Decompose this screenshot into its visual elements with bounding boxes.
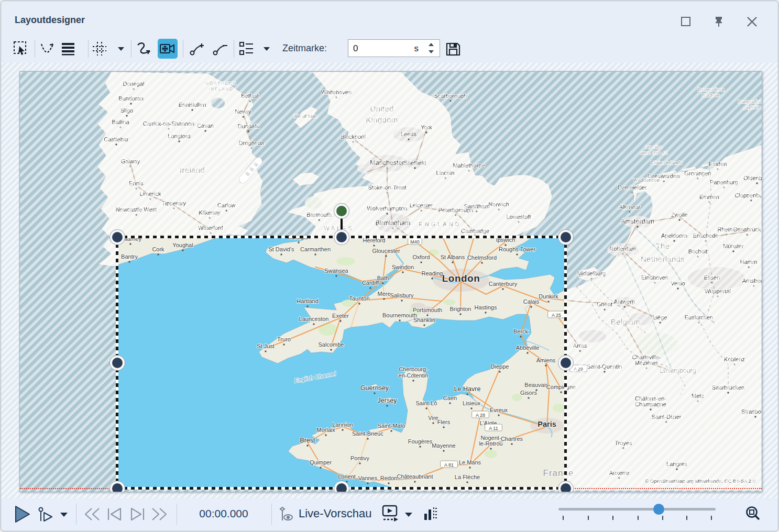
resize-handle-w[interactable] [112,358,123,368]
resize-handle-s[interactable] [336,483,347,492]
next-button[interactable] [128,506,146,522]
fast-forward-button[interactable] [150,506,169,522]
zeitmarke-unit: s [414,43,419,54]
resize-handle-ne[interactable] [561,232,571,242]
zoom-slider-tick [563,516,564,520]
window-title: Layoutdesigner [15,15,85,26]
ke yframe-list-menu-button[interactable] [261,39,272,59]
remove-keyframe-button[interactable] [212,39,229,59]
keyframe-list-button[interactable] [237,39,255,59]
play-menu-button[interactable] [60,512,68,517]
resize-handle-sw[interactable] [112,483,123,492]
statistics-button[interactable] [423,505,438,523]
layoutdesigner-window: Layoutdesigner [1,1,778,531]
play-button[interactable] [14,505,31,524]
close-button[interactable] [746,16,759,28]
layout-canvas[interactable] [19,71,762,492]
titlebar: Layoutdesigner [1,1,778,34]
zoom-slider-tick [711,516,712,520]
preview-menu-button[interactable] [404,512,413,517]
rotate-handle[interactable] [336,206,347,216]
camera-pan-button[interactable] [158,39,178,59]
zoom-slider-tick [612,516,613,520]
grid-menu-button[interactable] [115,39,127,59]
resize-handle-nw[interactable] [112,232,123,242]
zoom-slider-tick [662,516,663,520]
timestamp: 00:00.000 [190,507,258,520]
zoom-slider-tick [686,516,687,520]
preview-window-button[interactable] [381,505,399,524]
save-button[interactable] [444,39,462,59]
live-preview-label[interactable]: Live-Vorschau [299,507,371,520]
previous-button[interactable] [106,506,124,522]
zeitmarke-spinner[interactable] [427,41,435,56]
zoom-slider-thumb[interactable] [653,504,664,515]
zoom-slider-tick [638,516,639,520]
zeitmarke-label: Zeitmarke: [282,43,327,54]
pin-button[interactable] [712,16,725,28]
grid-button[interactable] [91,39,108,59]
zoom-slider-track[interactable] [558,508,716,511]
edit-curve-button[interactable] [38,39,56,59]
maximize-button[interactable] [680,16,693,28]
resize-handle-se[interactable] [561,483,571,492]
select-tool-button[interactable] [12,39,30,59]
zeitmarke-value: 0 [353,43,358,54]
motion-path-button[interactable] [135,39,153,59]
add-keyframe-button[interactable] [189,39,206,59]
resize-handle-n[interactable] [336,232,347,242]
play-from-position-button[interactable] [37,506,54,523]
zeitmarke-input[interactable]: 0 s [348,39,440,57]
rewind-button[interactable] [82,506,101,522]
zoom-fit-button[interactable] [744,505,763,524]
zoom-slider-tick [588,516,589,520]
resize-handle-e[interactable] [561,358,571,368]
live-preview-icon[interactable] [278,506,297,523]
layers-button[interactable] [59,39,77,59]
toolbar: Zeitmarke: 0 s [1,38,778,62]
